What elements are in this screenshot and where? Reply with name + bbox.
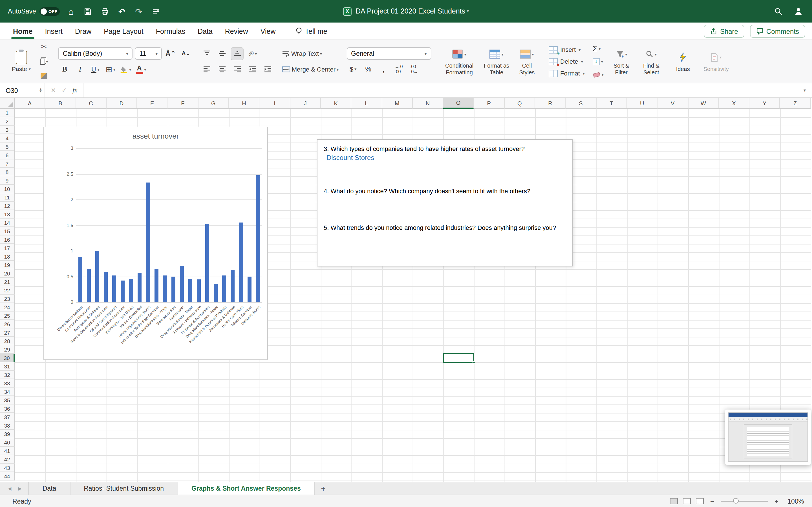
ribbon-tab-data[interactable]: Data bbox=[192, 25, 219, 40]
asset-turnover-chart[interactable]: asset turnover 00.511.522.53Diversified … bbox=[43, 127, 268, 360]
sheet-tab-graphs-short-answer-responses[interactable]: Graphs & Short Answer Responses bbox=[178, 482, 315, 495]
column-header-c[interactable]: C bbox=[76, 98, 107, 109]
row-header-13[interactable]: 13 bbox=[0, 210, 15, 219]
insert-cells-button[interactable]: + Insert▾ bbox=[548, 44, 585, 55]
row-header-25[interactable]: 25 bbox=[0, 312, 15, 320]
column-header-p[interactable]: P bbox=[474, 98, 505, 109]
confirm-entry-button[interactable]: ✓ bbox=[61, 87, 66, 94]
row-header-28[interactable]: 28 bbox=[0, 337, 15, 345]
column-header-m[interactable]: M bbox=[382, 98, 413, 109]
sheet-tab-ratios-student-submission[interactable]: Ratios- Student Submission bbox=[70, 482, 178, 495]
search-button[interactable] bbox=[772, 5, 784, 17]
column-header-f[interactable]: F bbox=[168, 98, 199, 109]
column-header-r[interactable]: R bbox=[535, 98, 566, 109]
ribbon-tab-review[interactable]: Review bbox=[219, 25, 254, 40]
column-header-n[interactable]: N bbox=[413, 98, 444, 109]
row-header-5[interactable]: 5 bbox=[0, 143, 15, 151]
wrap-text-button[interactable]: Wrap Text▾ bbox=[282, 47, 339, 60]
ribbon-tab-page-layout[interactable]: Page Layout bbox=[98, 25, 149, 40]
align-middle-button[interactable] bbox=[216, 47, 229, 60]
zoom-out-button[interactable]: − bbox=[709, 497, 716, 505]
share-button[interactable]: Share bbox=[704, 25, 744, 38]
short-answer-textbox[interactable]: 3. Which types of companies tend to have… bbox=[317, 139, 573, 267]
row-header-27[interactable]: 27 bbox=[0, 328, 15, 337]
column-header-z[interactable]: Z bbox=[780, 98, 811, 109]
cut-button[interactable]: ✂ bbox=[38, 40, 50, 53]
fill-button[interactable]: ↓▾ bbox=[593, 56, 606, 67]
column-header-k[interactable]: K bbox=[321, 98, 352, 109]
row-header-29[interactable]: 29 bbox=[0, 345, 15, 354]
row-header-37[interactable]: 37 bbox=[0, 413, 15, 421]
zoom-slider-knob[interactable] bbox=[733, 498, 739, 504]
undo-button[interactable]: ↶▾ bbox=[116, 5, 128, 17]
row-header-35[interactable]: 35 bbox=[0, 396, 15, 404]
column-header-l[interactable]: L bbox=[352, 98, 382, 109]
delete-cells-button[interactable]: × Delete▾ bbox=[548, 56, 585, 67]
column-header-h[interactable]: H bbox=[229, 98, 260, 109]
name-box[interactable]: O30 ▲▼ bbox=[0, 83, 45, 98]
row-header-9[interactable]: 9 bbox=[0, 176, 15, 185]
format-as-table-button[interactable]: ▾ Format as Table bbox=[481, 46, 512, 77]
row-header-31[interactable]: 31 bbox=[0, 362, 15, 371]
insert-function-button[interactable]: fx bbox=[72, 86, 77, 95]
row-header-16[interactable]: 16 bbox=[0, 235, 15, 244]
increase-decimal-button[interactable]: ←.0.00 bbox=[392, 62, 405, 75]
autosum-button[interactable]: Σ▾ bbox=[593, 43, 606, 54]
column-header-v[interactable]: V bbox=[658, 98, 688, 109]
formula-input[interactable] bbox=[84, 83, 797, 98]
bold-button[interactable]: B bbox=[58, 63, 71, 76]
row-header-39[interactable]: 39 bbox=[0, 430, 15, 438]
sensitivity-button[interactable]: ▾ Sensitivity bbox=[701, 49, 732, 74]
decrease-font-size-button[interactable]: A⌄ bbox=[180, 47, 193, 60]
home-button[interactable]: ⌂ bbox=[65, 5, 77, 17]
sheet-cells[interactable]: asset turnover 00.511.522.53Diversified … bbox=[15, 109, 811, 482]
row-header-33[interactable]: 33 bbox=[0, 379, 15, 388]
redo-button[interactable]: ↷ bbox=[133, 5, 144, 17]
row-header-19[interactable]: 19 bbox=[0, 261, 15, 269]
ideas-button[interactable]: Ideas bbox=[673, 49, 693, 74]
row-header-18[interactable]: 18 bbox=[0, 252, 15, 261]
format-painter-button[interactable] bbox=[38, 69, 50, 82]
save-button[interactable] bbox=[82, 5, 94, 17]
selected-cell[interactable] bbox=[443, 353, 474, 363]
align-top-button[interactable] bbox=[200, 47, 213, 60]
column-header-o[interactable]: O bbox=[443, 98, 474, 109]
decrease-decimal-button[interactable]: .00.0→ bbox=[407, 62, 420, 75]
row-header-26[interactable]: 26 bbox=[0, 320, 15, 328]
page-break-view-button[interactable] bbox=[696, 498, 704, 504]
row-header-12[interactable]: 12 bbox=[0, 202, 15, 210]
font-color-button[interactable]: A▾ bbox=[135, 63, 147, 76]
row-header-36[interactable]: 36 bbox=[0, 404, 15, 413]
row-header-44[interactable]: 44 bbox=[0, 472, 15, 481]
page-layout-view-button[interactable] bbox=[683, 498, 691, 504]
column-header-u[interactable]: U bbox=[627, 98, 658, 109]
add-sheet-button[interactable]: + bbox=[315, 482, 332, 495]
document-title-menu[interactable]: X DA Project 01 2020 Excel Students ▾ bbox=[343, 7, 469, 15]
row-header-15[interactable]: 15 bbox=[0, 227, 15, 235]
row-header-41[interactable]: 41 bbox=[0, 447, 15, 455]
column-header-b[interactable]: B bbox=[45, 98, 76, 109]
align-center-button[interactable] bbox=[216, 63, 229, 76]
column-header-y[interactable]: Y bbox=[749, 98, 780, 109]
ribbon-tab-draw[interactable]: Draw bbox=[69, 25, 98, 40]
row-header-10[interactable]: 10 bbox=[0, 185, 15, 193]
column-header-j[interactable]: J bbox=[290, 98, 321, 109]
column-header-d[interactable]: D bbox=[107, 98, 137, 109]
align-right-button[interactable] bbox=[231, 63, 244, 76]
percent-format-button[interactable]: % bbox=[362, 62, 375, 75]
fill-handle[interactable] bbox=[473, 361, 476, 364]
formula-bar-expand-button[interactable]: ▾ bbox=[797, 83, 812, 98]
customize-toolbar-button[interactable]: ▾ bbox=[150, 5, 161, 17]
align-bottom-button[interactable] bbox=[231, 47, 244, 60]
column-header-q[interactable]: Q bbox=[505, 98, 536, 109]
column-header-g[interactable]: G bbox=[199, 98, 229, 109]
italic-button[interactable]: I bbox=[73, 63, 87, 76]
increase-indent-button[interactable] bbox=[261, 63, 274, 76]
name-box-stepper[interactable]: ▲▼ bbox=[39, 89, 42, 92]
format-cells-button[interactable]: Format▾ bbox=[548, 68, 585, 79]
row-header-30[interactable]: 30 bbox=[0, 354, 15, 362]
row-header-20[interactable]: 20 bbox=[0, 269, 15, 278]
comma-format-button[interactable]: , bbox=[377, 62, 390, 75]
column-header-x[interactable]: X bbox=[719, 98, 750, 109]
row-header-1[interactable]: 1 bbox=[0, 109, 15, 117]
